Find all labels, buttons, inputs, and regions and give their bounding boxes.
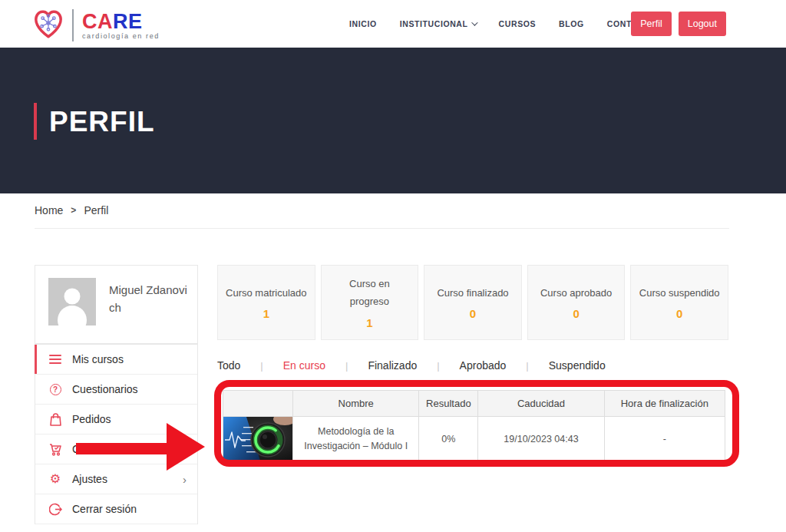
main-nav: INICIO INSTITUCIONAL CURSOS BLOG CONTACT… xyxy=(349,0,656,48)
tab-finalizado[interactable]: Finalizado xyxy=(368,359,417,372)
stat-label: Curso finalizado xyxy=(437,285,508,302)
tab-separator: | xyxy=(345,360,348,372)
course-result: 0% xyxy=(419,417,478,461)
breadcrumb-home[interactable]: Home xyxy=(35,204,63,216)
sidebar-item-label: Pedidos xyxy=(72,413,111,425)
logo[interactable]: CARE cardiología en red xyxy=(31,6,160,45)
shopping-bag-icon xyxy=(48,412,62,426)
sidebar-item-label: Mis cursos xyxy=(72,353,124,365)
avatar xyxy=(48,278,96,325)
stat-card-en-progreso: Curso en progreso 1 xyxy=(321,265,419,340)
sidebar-menu: Mis cursos ? Cuestionarios Pedidos Carri… xyxy=(35,344,198,524)
sidebar-item-label: Cuestionarios xyxy=(72,383,138,395)
nav-blog[interactable]: BLOG xyxy=(559,19,584,28)
nav-inicio[interactable]: INICIO xyxy=(349,19,377,28)
tab-separator: | xyxy=(437,360,439,372)
course-expiry: 19/10/2023 04:43 xyxy=(478,417,604,461)
courses-table: Nombre Resultado Caducidad Hora de final… xyxy=(223,390,725,461)
brand-text: CARE cardiología en red xyxy=(82,12,160,40)
chevron-down-icon xyxy=(471,19,477,25)
stat-card-finalizado: Curso finalizado 0 xyxy=(424,265,522,340)
sidebar-item-label: Carrito xyxy=(72,443,104,455)
logout-button[interactable]: Logout xyxy=(679,12,726,36)
column-header-hora: Hora de finalización xyxy=(604,391,725,417)
sidebar-item-cerrar-sesion[interactable]: Cerrar sesión xyxy=(35,494,197,524)
stat-card-suspendido: Curso suspendido 0 xyxy=(630,265,728,340)
column-header-nombre: Nombre xyxy=(293,391,419,417)
tab-separator: | xyxy=(260,360,263,372)
page: CARE cardiología en red INICIO INSTITUCI… xyxy=(0,0,786,532)
sidebar-item-ajustes[interactable]: ⚙ Ajustes › xyxy=(35,464,197,494)
column-header-resultado: Resultado xyxy=(419,391,478,417)
stat-card-matriculado: Curso matriculado 1 xyxy=(217,265,315,340)
sidebar-item-label: Ajustes xyxy=(72,473,107,485)
stat-label: Curso suspendido xyxy=(639,285,720,302)
stat-label: Curso aprobado xyxy=(540,285,612,302)
column-header-caducidad: Caducidad xyxy=(478,391,604,417)
course-stats-row: Curso matriculado 1 Curso en progreso 1 … xyxy=(217,265,728,340)
nav-institucional[interactable]: INSTITUCIONAL xyxy=(400,19,476,28)
tab-todo[interactable]: Todo xyxy=(217,359,240,372)
profile-name: Miguel Zdanovich xyxy=(109,281,189,317)
stat-value: 1 xyxy=(366,316,372,329)
stat-value: 0 xyxy=(676,307,682,320)
stat-value: 0 xyxy=(573,307,579,320)
logo-divider xyxy=(72,9,74,41)
brand-tagline: cardiología en red xyxy=(82,32,160,40)
stat-card-aprobado: Curso aprobado 0 xyxy=(527,265,626,340)
stat-value: 1 xyxy=(263,307,269,320)
table-header-row: Nombre Resultado Caducidad Hora de final… xyxy=(223,391,725,417)
question-circle-icon: ? xyxy=(48,382,62,396)
stat-label: Curso matriculado xyxy=(226,285,307,302)
heart-network-logo-icon xyxy=(31,6,66,45)
stat-value: 0 xyxy=(470,307,476,320)
logout-icon xyxy=(48,502,62,516)
course-filter-tabs: Todo | En curso | Finalizado | Aprobado … xyxy=(217,359,606,372)
tab-aprobado[interactable]: Aprobado xyxy=(460,359,507,372)
sidebar-item-cuestionarios[interactable]: ? Cuestionarios xyxy=(35,375,197,405)
tab-en-curso[interactable]: En curso xyxy=(283,359,325,372)
shopping-cart-icon xyxy=(48,442,62,456)
column-header-image xyxy=(223,391,293,417)
sidebar-item-label: Cerrar sesión xyxy=(72,503,137,515)
list-icon xyxy=(48,352,62,366)
nav-cursos[interactable]: CURSOS xyxy=(499,19,537,28)
sidebar-item-carrito[interactable]: Carrito xyxy=(35,435,197,464)
tab-suspendido[interactable]: Suspendido xyxy=(549,359,606,372)
table-row[interactable]: Metodología de la Investigación – Módulo… xyxy=(223,417,725,461)
profile-card: Miguel Zdanovich xyxy=(35,265,198,344)
stat-label: Curso en progreso xyxy=(329,276,411,311)
course-name-link[interactable]: Metodología de la Investigación – Módulo… xyxy=(293,417,419,461)
sidebar-item-pedidos[interactable]: Pedidos xyxy=(35,405,197,435)
perfil-button[interactable]: Perfil xyxy=(631,12,671,36)
tab-separator: | xyxy=(526,360,528,372)
breadcrumb-divider xyxy=(35,228,729,229)
brand-word: CARE xyxy=(82,12,160,31)
sidebar-item-mis-cursos[interactable]: Mis cursos xyxy=(35,345,197,375)
breadcrumb-separator-icon: > xyxy=(71,205,76,216)
course-thumbnail[interactable] xyxy=(223,417,293,461)
page-title: PERFIL xyxy=(49,106,155,138)
hero-accent-bar xyxy=(34,103,37,140)
breadcrumb: Home > Perfil xyxy=(35,204,108,216)
hero-banner: PERFIL xyxy=(0,48,786,193)
header-buttons: Perfil Logout xyxy=(631,12,726,36)
site-header: CARE cardiología en red INICIO INSTITUCI… xyxy=(0,0,786,48)
gear-icon: ⚙ xyxy=(48,472,62,486)
course-finish-time: - xyxy=(604,417,725,461)
chevron-right-icon: › xyxy=(183,473,187,486)
breadcrumb-current: Perfil xyxy=(84,204,108,216)
